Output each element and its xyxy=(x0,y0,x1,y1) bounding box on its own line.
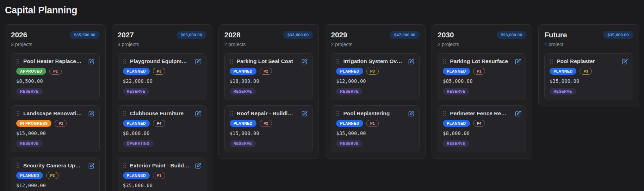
card-title-row: Landscape Renovation - Pha... xyxy=(16,110,94,117)
fund-badge: RESERVE xyxy=(443,88,469,95)
year-column: Future $35,000.00 1 project Pool Replast… xyxy=(538,24,639,106)
edit-button[interactable] xyxy=(622,58,628,64)
priority-badge: P4 xyxy=(153,120,165,127)
drag-handle-icon[interactable] xyxy=(16,111,20,116)
project-title: Perimeter Fence Repair xyxy=(450,110,509,117)
project-card[interactable]: Landscape Renovation - Pha... IN PROGRES… xyxy=(11,105,100,152)
fund-badge: RESERVE xyxy=(230,88,256,95)
project-card[interactable]: Security Camera Upgrade PLANNED P3 $12,0… xyxy=(11,158,100,191)
edit-pencil-icon xyxy=(302,58,308,64)
fund-badge: OPERATING xyxy=(123,140,154,147)
edit-button[interactable] xyxy=(195,58,201,64)
project-amount: $18,000.00 xyxy=(230,78,308,84)
card-title-row: Exterior Paint - Building A xyxy=(123,162,201,169)
card-title-row: Pool Replaster xyxy=(550,58,628,64)
drag-handle-icon[interactable] xyxy=(230,58,233,64)
card-list: Irrigation System Overhaul PLANNED P3 $1… xyxy=(331,53,420,152)
project-card[interactable]: Pool Replaster PLANNED P3 $35,000.00 RES… xyxy=(544,53,633,100)
edit-pencil-icon xyxy=(302,111,308,117)
project-card[interactable]: Parking Lot Resurface PLANNED P1 $85,000… xyxy=(438,53,526,100)
column-header: 2028 $33,000.00 xyxy=(224,31,313,39)
drag-handle-icon[interactable] xyxy=(16,163,20,168)
priority-badge: P3 xyxy=(46,172,58,179)
project-card[interactable]: Exterior Paint - Building A PLANNED P1 $… xyxy=(118,158,206,191)
drag-handle-icon[interactable] xyxy=(16,58,20,64)
drag-handle-icon[interactable] xyxy=(336,111,340,116)
priority-badge: P1 xyxy=(473,68,485,75)
edit-button[interactable] xyxy=(302,58,308,64)
drag-handle-icon[interactable] xyxy=(123,163,126,168)
project-title: Parking Lot Seal Coat xyxy=(237,58,296,64)
project-amount: $12,000.00 xyxy=(336,78,414,84)
edit-button[interactable] xyxy=(195,163,201,169)
drag-handle-icon[interactable] xyxy=(123,58,126,64)
project-card[interactable]: Pool Heater Replacement APPROVED P2 $8,5… xyxy=(11,53,100,100)
fund-badge: RESERVE xyxy=(123,88,149,95)
drag-handle-icon[interactable] xyxy=(550,58,553,64)
edit-button[interactable] xyxy=(515,111,521,117)
project-title: Pool Replaster xyxy=(557,58,616,64)
column-project-count: 1 project xyxy=(544,42,633,47)
column-budget-badge: $35,500.00 xyxy=(70,31,100,39)
status-badge: PLANNED xyxy=(336,68,363,75)
edit-button[interactable] xyxy=(408,111,414,117)
column-project-count: 2 projects xyxy=(224,42,313,47)
project-card[interactable]: Perimeter Fence Repair PLANNED P4 $8,000… xyxy=(438,105,526,152)
drag-handle-icon[interactable] xyxy=(123,111,126,116)
column-header: 2027 $65,000.00 xyxy=(118,31,206,39)
edit-button[interactable] xyxy=(88,111,94,117)
edit-pencil-icon xyxy=(88,58,94,64)
card-title-row: Playground Equipment xyxy=(123,58,201,64)
status-badge: PLANNED xyxy=(550,68,576,75)
project-card[interactable]: Pool Replastering PLANNED P1 $35,000.00 … xyxy=(331,105,420,152)
project-card[interactable]: Roof Repair - Building B PLANNED P2 $15,… xyxy=(224,105,313,152)
drag-handle-icon[interactable] xyxy=(336,58,340,64)
fund-badge: RESERVE xyxy=(16,140,43,147)
drag-handle-icon[interactable] xyxy=(230,111,233,116)
year-column: 2030 $93,000.00 2 projects Parking Lot R… xyxy=(432,24,532,159)
edit-pencil-icon xyxy=(515,111,521,117)
status-badge: PLANNED xyxy=(443,68,470,75)
project-amount: $8,000.00 xyxy=(443,130,521,136)
edit-button[interactable] xyxy=(88,58,94,64)
column-year: Future xyxy=(544,31,567,39)
board: 2026 $35,500.00 3 projects Pool Heater R… xyxy=(5,24,639,191)
page-title: Capital Planning xyxy=(5,5,639,16)
card-title-row: Roof Repair - Building B xyxy=(230,110,308,117)
project-amount: $22,000.00 xyxy=(123,78,201,84)
card-title-row: Pool Replastering xyxy=(336,110,414,117)
badge-row: PLANNED P1 xyxy=(336,120,414,127)
status-badge: PLANNED xyxy=(230,68,256,75)
drag-handle-icon[interactable] xyxy=(443,58,446,64)
project-card[interactable]: Clubhouse Furniture PLANNED P4 $8,000.00… xyxy=(118,105,206,152)
edit-button[interactable] xyxy=(195,111,201,117)
priority-badge: P3 xyxy=(366,68,379,75)
card-list: Parking Lot Seal Coat PLANNED P2 $18,000… xyxy=(224,53,313,152)
status-badge: PLANNED xyxy=(230,120,256,127)
project-title: Clubhouse Furniture xyxy=(130,110,190,117)
column-project-count: 2 projects xyxy=(438,42,526,47)
column-budget-badge: $93,000.00 xyxy=(497,31,527,39)
badge-row: PLANNED P1 xyxy=(123,172,201,179)
project-amount: $12,000.00 xyxy=(16,183,94,188)
card-list: Pool Replaster PLANNED P3 $35,000.00 RES… xyxy=(544,53,633,100)
edit-button[interactable] xyxy=(408,58,414,64)
column-header: 2029 $47,000.00 xyxy=(331,31,420,39)
project-card[interactable]: Irrigation System Overhaul PLANNED P3 $1… xyxy=(331,53,420,100)
edit-button[interactable] xyxy=(88,163,94,169)
status-badge: IN PROGRESS xyxy=(16,120,51,127)
status-badge: PLANNED xyxy=(443,120,470,127)
edit-pencil-icon xyxy=(408,111,414,117)
column-project-count: 2 projects xyxy=(331,42,420,47)
edit-button[interactable] xyxy=(302,111,308,117)
project-card[interactable]: Playground Equipment PLANNED P3 $22,000.… xyxy=(118,53,206,100)
edit-button[interactable] xyxy=(515,58,521,64)
badge-row: PLANNED P3 xyxy=(123,68,201,75)
project-card[interactable]: Parking Lot Seal Coat PLANNED P2 $18,000… xyxy=(224,53,313,100)
priority-badge: P1 xyxy=(153,172,165,179)
column-header: 2030 $93,000.00 xyxy=(438,31,526,39)
drag-handle-icon[interactable] xyxy=(443,111,446,116)
status-badge: PLANNED xyxy=(123,120,150,127)
fund-badge: RESERVE xyxy=(230,140,256,147)
card-list: Playground Equipment PLANNED P3 $22,000.… xyxy=(118,53,206,191)
